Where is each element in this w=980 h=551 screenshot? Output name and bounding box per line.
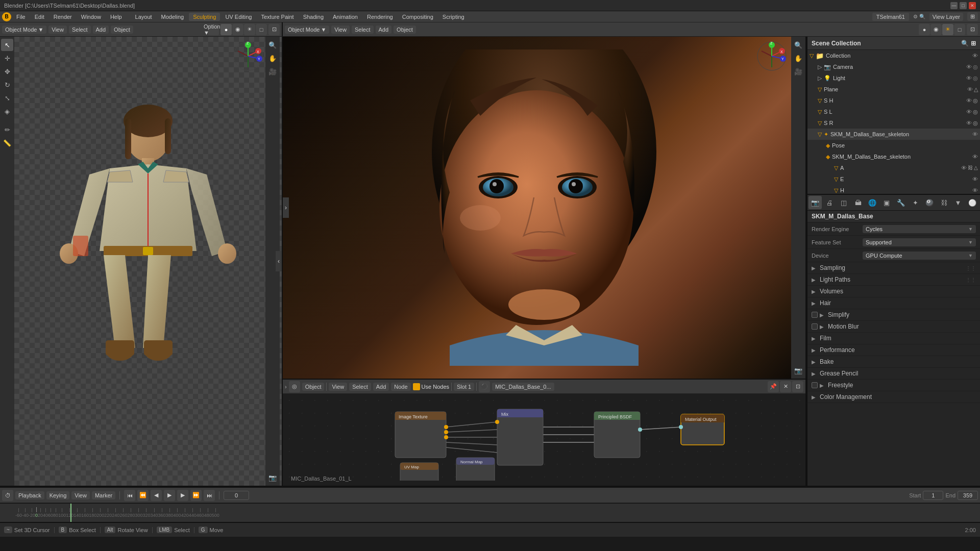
jump-end-btn[interactable]: ⏭: [204, 490, 215, 501]
skel2-eye-icon[interactable]: 👁: [972, 154, 978, 160]
world-prop-icon[interactable]: 🌐: [866, 196, 879, 209]
collapse-middle-btn[interactable]: ›: [283, 197, 289, 218]
collection-item-skeleton[interactable]: ▽ ✦ SKM_M_Dallas_Base_skeleton 👁: [807, 129, 980, 140]
node-sphere-icon[interactable]: ⚫: [479, 381, 490, 392]
camera-eye-icon[interactable]: 👁: [966, 64, 972, 70]
file-menu[interactable]: File: [12, 13, 30, 21]
e-eye-icon[interactable]: 👁: [972, 176, 978, 182]
start-frame-input[interactable]: 1: [923, 491, 943, 500]
freestyle-checkbox[interactable]: [812, 382, 818, 388]
left-maximize-btn[interactable]: ⊡: [268, 24, 280, 35]
light-eye-icon[interactable]: 👁: [966, 75, 972, 82]
left-options-button[interactable]: Options ▼: [208, 24, 219, 35]
layout-menu[interactable]: Layout: [131, 13, 156, 21]
right-select-menu[interactable]: Select: [352, 26, 374, 34]
sr-eye-icon[interactable]: 👁: [966, 120, 972, 127]
right-vp-hand-icon[interactable]: ✋: [792, 52, 804, 64]
node-pin-icon[interactable]: 📌: [768, 381, 779, 392]
right-vp-search-icon[interactable]: 🔍: [792, 39, 804, 51]
current-frame-input[interactable]: 0: [224, 491, 249, 500]
options-icon[interactable]: ⊞: [967, 12, 978, 21]
collapse-left-btn[interactable]: ‹: [276, 251, 282, 271]
render-menu[interactable]: Render: [50, 13, 76, 21]
light-render-icon[interactable]: ◎: [973, 75, 978, 82]
node-object-type[interactable]: Object: [302, 383, 325, 391]
view-layer-button[interactable]: View Layer: [929, 13, 963, 21]
jump-prev-keyframe-btn[interactable]: ⏪: [137, 490, 149, 501]
render-prop-icon[interactable]: 📷: [808, 196, 822, 209]
edit-menu[interactable]: Edit: [31, 13, 48, 21]
material-prop-icon[interactable]: ⚪: [966, 196, 979, 209]
collection-item-sh[interactable]: ▽ S H 👁 ◎: [807, 95, 980, 106]
h-eye-icon[interactable]: 👁: [972, 187, 978, 193]
collection-item-plane[interactable]: ▽ Plane 👁 △: [807, 84, 980, 95]
collection-item-pose[interactable]: ◆ Pose: [807, 140, 980, 151]
collection-eye-icon[interactable]: 👁: [972, 53, 978, 59]
right-vp-camera-icon[interactable]: 🎥: [792, 65, 804, 78]
node-view-menu[interactable]: View: [329, 383, 347, 391]
scripting-tab[interactable]: Scripting: [438, 13, 469, 21]
right-viewport-shading-rendered[interactable]: ☀: [942, 24, 953, 35]
tool-scale-icon[interactable]: ⤡: [1, 92, 13, 104]
close-button[interactable]: ✕: [969, 2, 976, 9]
right-object-mode-button[interactable]: Object Mode ▼: [285, 26, 329, 34]
collection-item-sr[interactable]: ▽ S R 👁 ◎: [807, 117, 980, 129]
step-back-btn[interactable]: ◀: [151, 490, 162, 501]
left-object-mode-button[interactable]: Object Mode ▼: [2, 26, 46, 34]
collection-item-camera[interactable]: ▷ 📷 Camera 👁 ◎: [807, 61, 980, 72]
data-prop-icon[interactable]: ▼: [951, 196, 965, 209]
collection-item-skeleton2[interactable]: ◆ SKM_M_Dallas_Base_skeleton 👁: [807, 151, 980, 162]
tool-annotate-icon[interactable]: ✏: [1, 123, 13, 136]
right-maximize-btn[interactable]: ⊡: [967, 24, 978, 35]
playback-menu[interactable]: Playback: [15, 491, 44, 499]
node-select-menu[interactable]: Select: [349, 383, 371, 391]
object-prop-icon[interactable]: ▣: [880, 196, 893, 209]
rendering-menu[interactable]: Rendering: [363, 13, 397, 21]
hair-section[interactable]: ▶ Hair: [807, 297, 980, 309]
volumes-section[interactable]: ▶ Volumes: [807, 286, 980, 297]
node-slot-button[interactable]: Slot 1: [454, 383, 474, 391]
window-controls[interactable]: — □ ✕: [950, 2, 976, 9]
jump-start-btn[interactable]: ⏮: [124, 490, 135, 501]
play-btn[interactable]: ▶: [164, 490, 175, 501]
simplify-section[interactable]: ▶ Simplify: [807, 309, 980, 321]
timeline-ruler[interactable]: -60 -40 -20 0: [0, 503, 980, 522]
left-viewport-shading-wire[interactable]: □: [256, 24, 267, 35]
vp-camera2-icon[interactable]: 📷: [266, 471, 279, 484]
scene-prop-icon[interactable]: 🏔: [851, 196, 865, 209]
a-eye-icon[interactable]: 👁: [961, 165, 967, 171]
view-menu-timeline[interactable]: View: [71, 491, 90, 499]
plane-eye-icon[interactable]: 👁: [967, 86, 973, 93]
shading-menu[interactable]: Shading: [299, 13, 328, 21]
sl-eye-icon[interactable]: 👁: [966, 109, 972, 115]
modifier-prop-icon[interactable]: 🔧: [894, 196, 908, 209]
animation-menu[interactable]: Animation: [329, 13, 362, 21]
color-management-section[interactable]: ▶ Color Management: [807, 391, 980, 403]
timeline-type-icon[interactable]: ⏱: [2, 490, 13, 501]
left-viewport-shading-rendered[interactable]: ☀: [244, 24, 255, 35]
right-viewport-shading-material[interactable]: ◉: [930, 24, 942, 35]
navigation-gizmo-left[interactable]: X Z Y: [233, 41, 263, 71]
tool-select-icon[interactable]: ↖: [1, 39, 13, 51]
skeleton-eye-icon[interactable]: 👁: [972, 131, 978, 137]
particles-prop-icon[interactable]: ✦: [909, 196, 922, 209]
left-viewport-shading-solid[interactable]: ●: [220, 24, 232, 35]
collection-view-icon[interactable]: 🔍: [961, 40, 969, 47]
sampling-section[interactable]: ▶ Sampling ⋮⋮: [807, 262, 980, 274]
marker-menu[interactable]: Marker: [92, 491, 115, 499]
performance-section[interactable]: ▶ Performance: [807, 344, 980, 356]
jump-next-keyframe-btn[interactable]: ⏩: [190, 490, 202, 501]
render-engine-value[interactable]: Cycles ▼: [863, 225, 976, 233]
film-section[interactable]: ▶ Film: [807, 333, 980, 344]
node-add-menu[interactable]: Add: [373, 383, 389, 391]
physics-prop-icon[interactable]: 🎱: [923, 196, 936, 209]
tool-cursor-icon[interactable]: ✛: [1, 52, 13, 64]
collection-filter-icon[interactable]: ⊞: [971, 40, 976, 47]
node-collapse-btn[interactable]: ›: [285, 384, 287, 390]
tool-transform-icon[interactable]: ◈: [1, 105, 13, 117]
window-menu[interactable]: Window: [77, 13, 105, 21]
vp-hand-icon[interactable]: ✋: [266, 52, 279, 64]
right-object-menu[interactable]: Object: [394, 26, 416, 34]
node-node-menu[interactable]: Node: [391, 383, 410, 391]
output-prop-icon[interactable]: 🖨: [823, 196, 836, 209]
